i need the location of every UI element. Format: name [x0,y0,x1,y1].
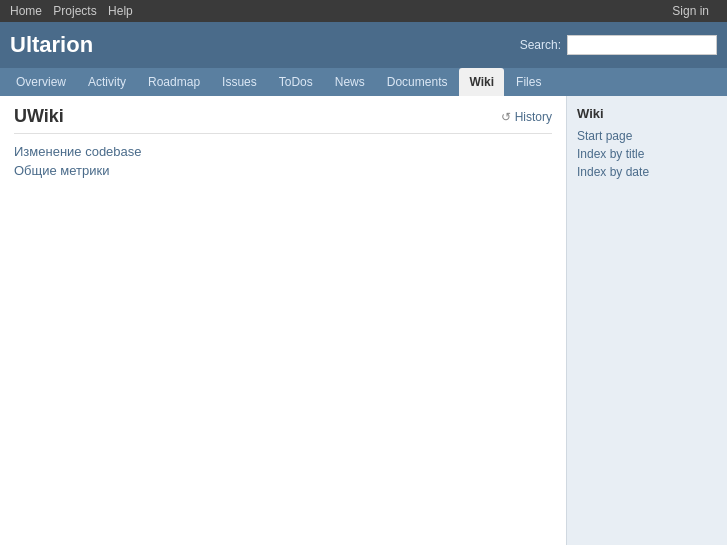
help-link[interactable]: Help [108,4,133,18]
project-nav: Overview Activity Roadmap Issues ToDos N… [0,68,727,96]
main-content: UWiki ↺ History Изменение codebase Общие… [0,96,727,545]
tab-files[interactable]: Files [506,68,551,96]
home-link[interactable]: Home [10,4,42,18]
history-label: History [515,110,552,124]
sidebar-link-index-by-title[interactable]: Index by title [577,147,717,161]
tab-overview[interactable]: Overview [6,68,76,96]
sidebar-link-start-page[interactable]: Start page [577,129,717,143]
tab-documents[interactable]: Documents [377,68,458,96]
page-title: UWiki [14,106,64,127]
tab-wiki[interactable]: Wiki [459,68,504,96]
logo[interactable]: Ultarion [10,32,93,58]
sidebar: Wiki Start page Index by title Index by … [567,96,727,545]
wiki-page-link-0[interactable]: Изменение codebase [14,144,552,159]
sidebar-title: Wiki [577,106,717,121]
top-bar-nav: Home Projects Help [10,4,141,18]
tab-activity[interactable]: Activity [78,68,136,96]
wiki-pages-list: Изменение codebase Общие метрики [14,144,552,178]
page-title-row: UWiki ↺ History [14,106,552,134]
sidebar-link-index-by-date[interactable]: Index by date [577,165,717,179]
wiki-page-link-1[interactable]: Общие метрики [14,163,552,178]
search-label: Search: [520,38,561,52]
history-icon: ↺ [501,110,511,124]
top-bar-auth: Sign in [672,4,717,18]
content-area: UWiki ↺ History Изменение codebase Общие… [0,96,567,545]
tab-news[interactable]: News [325,68,375,96]
tab-issues[interactable]: Issues [212,68,267,96]
projects-link[interactable]: Projects [53,4,96,18]
top-bar: Home Projects Help Sign in [0,0,727,22]
tab-todos[interactable]: ToDos [269,68,323,96]
search-area: Search: [520,35,717,55]
search-input[interactable] [567,35,717,55]
header: Ultarion Search: [0,22,727,68]
history-link[interactable]: ↺ History [501,110,552,124]
signin-link[interactable]: Sign in [672,4,709,18]
tab-roadmap[interactable]: Roadmap [138,68,210,96]
